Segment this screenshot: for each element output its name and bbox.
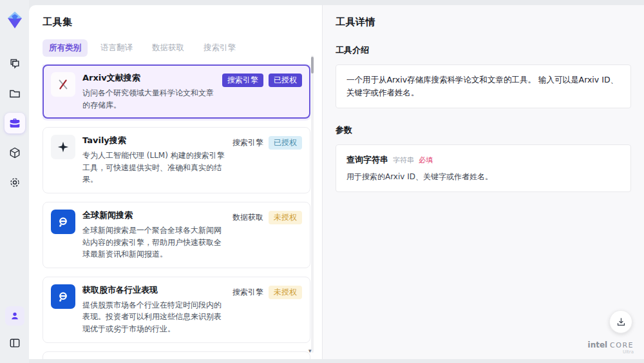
sidebar-item-user[interactable]	[5, 306, 24, 326]
sidebar-item-files[interactable]	[0, 79, 29, 108]
gear-icon	[8, 176, 21, 189]
tool-card-arxiv[interactable]: Arxiv文献搜索 访问各个研究领域大量科学论文和文章的存储库。 搜索引擎 已授…	[43, 64, 310, 119]
category-label: 数据获取	[232, 211, 263, 224]
param-card: 查询字符串 字符串 必填 用于搜索的Arxiv ID、关键字或作者姓名。	[336, 144, 631, 192]
sidebar-item-settings[interactable]	[0, 168, 29, 197]
sidebar-item-packages[interactable]	[0, 138, 29, 168]
tool-card-global-news[interactable]: 全球新闻搜索 全球新闻搜索是一个聚合全球各大新闻网站内容的搜索引擎，帮助用户快速…	[43, 202, 310, 268]
scroll-down-caret[interactable]: ▾	[308, 348, 312, 354]
sector-performance-icon	[51, 284, 75, 309]
app-logo-icon	[5, 10, 24, 30]
tool-desc: 专为人工智能代理 (LLM) 构建的搜索引擎工具，可快速提供实时、准确和真实的结…	[82, 150, 225, 186]
tool-name: Tavily搜索	[82, 135, 225, 146]
param-name: 查询字符串	[346, 154, 388, 166]
intro-text: 一个用于从Arxiv存储库搜索科学论文和文章的工具。 输入可以是Arxiv ID…	[336, 64, 631, 108]
download-icon	[616, 317, 627, 328]
brand-secondary: core	[610, 341, 634, 349]
intro-heading: 工具介绍	[336, 44, 631, 56]
main-content: 工具集 所有类别 语言翻译 数据获取 搜索引擎 Arxiv文献搜索 访问各个研究…	[29, 5, 644, 359]
page-title: 工具集	[43, 16, 322, 28]
arxiv-icon	[51, 72, 75, 97]
tool-card-active-stocks[interactable]: 获取市场最活跃股票信息 提供当天交易量最高的股票列表，投资者可以利用这些信息来识…	[43, 351, 310, 359]
status-badge: 已授权	[269, 136, 302, 150]
tool-detail-panel: 工具详情 工具介绍 一个用于从Arxiv存储库搜索科学论文和文章的工具。 输入可…	[322, 5, 644, 359]
category-label: 搜索引擎	[232, 136, 263, 150]
list-scrollbar[interactable]: ▾	[311, 55, 314, 353]
param-desc: 用于搜索的Arxiv ID、关键字或作者姓名。	[346, 172, 620, 182]
status-badge: 未授权	[269, 211, 302, 224]
intel-core-logo: intel core Ultra	[588, 341, 634, 355]
category-badge: 搜索引擎	[222, 74, 263, 87]
tool-card-tavily[interactable]: Tavily搜索 专为人工智能代理 (LLM) 构建的搜索引擎工具，可快速提供实…	[43, 127, 310, 193]
tool-desc: 全球新闻搜索是一个聚合全球各大新闻网站内容的搜索引擎，帮助用户快速获取全球最新资…	[82, 224, 225, 260]
category-label: 搜索引擎	[232, 286, 263, 299]
scrollbar-thumb[interactable]	[311, 57, 314, 74]
tool-desc: 提供股票市场各个行业在特定时间段内的表现。投资者可以利用这些信息来识别表现优于或…	[82, 299, 225, 335]
detail-title: 工具详情	[336, 16, 631, 28]
sidebar-item-tools[interactable]	[0, 108, 29, 138]
status-badge: 已授权	[269, 74, 302, 87]
sidebar-item-chat[interactable]	[0, 49, 29, 79]
brand-sub: Ultra	[588, 350, 634, 355]
tab-all-categories[interactable]: 所有类别	[43, 39, 88, 57]
tavily-icon	[51, 135, 75, 159]
params-heading: 参数	[336, 124, 631, 136]
left-rail	[0, 0, 29, 363]
tool-card-sector-performance[interactable]: 获取股市各行业表现 提供股票市场各个行业在特定时间段内的表现。投资者可以利用这些…	[43, 277, 310, 343]
sidebar-item-panel-toggle[interactable]	[0, 332, 29, 354]
tab-translation[interactable]: 语言翻译	[94, 39, 139, 57]
tool-desc: 访问各个研究领域大量科学论文和文章的存储库。	[82, 87, 215, 111]
panel-toggle-icon	[8, 337, 21, 349]
status-badge: 未授权	[269, 286, 302, 299]
toolset-panel: 工具集 所有类别 语言翻译 数据获取 搜索引擎 Arxiv文献搜索 访问各个研究…	[29, 5, 322, 359]
chat-icon	[8, 57, 21, 70]
tab-data-fetch[interactable]: 数据获取	[146, 39, 191, 57]
user-icon	[10, 311, 20, 321]
download-button[interactable]	[609, 310, 632, 333]
folder-icon	[8, 87, 21, 100]
briefcase-icon	[8, 117, 21, 130]
param-required-badge: 必填	[419, 155, 433, 165]
tab-search-engine[interactable]: 搜索引擎	[197, 39, 242, 57]
tool-list: Arxiv文献搜索 访问各个研究领域大量科学论文和文章的存储库。 搜索引擎 已授…	[43, 64, 310, 359]
brand-primary: intel	[588, 340, 608, 349]
global-news-icon	[51, 210, 75, 234]
tool-name: Arxiv文献搜索	[82, 72, 215, 84]
tool-name: 获取股市各行业表现	[82, 284, 225, 296]
cube-icon	[8, 146, 21, 159]
category-tabs: 所有类别 语言翻译 数据获取 搜索引擎	[43, 39, 322, 57]
tool-name: 全球新闻搜索	[82, 210, 225, 221]
param-type: 字符串	[393, 155, 414, 165]
